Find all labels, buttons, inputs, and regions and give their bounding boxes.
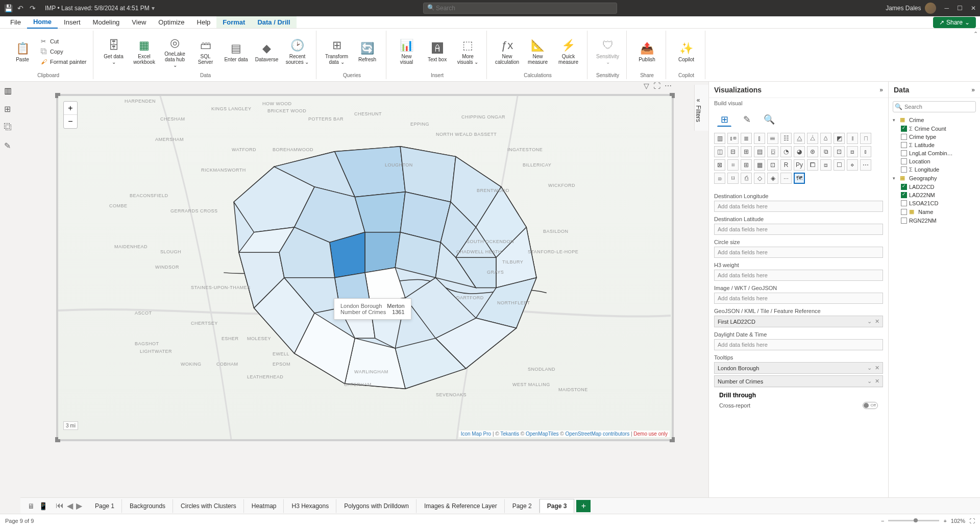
- map-surface[interactable]: KINGS LANGLEYHOW WOODBRICKET WOODPOTTERS…: [58, 96, 672, 439]
- zoom-in-icon[interactable]: +: [943, 518, 946, 524]
- desktop-layout-icon[interactable]: 🖥: [28, 502, 35, 510]
- field-checkbox[interactable]: [901, 192, 907, 198]
- redo-icon[interactable]: ↷: [29, 4, 37, 12]
- menu-insert[interactable]: Insert: [58, 16, 87, 28]
- visual-type-chip[interactable]: ⨅: [860, 133, 871, 144]
- publish-button[interactable]: 📤Publish: [633, 39, 662, 64]
- new-visual-button[interactable]: 📊New visual: [393, 36, 421, 67]
- add-page-button[interactable]: +: [576, 500, 591, 512]
- visual-type-chip[interactable]: ▥: [714, 133, 725, 144]
- visual-type-chip[interactable]: ⧊: [807, 133, 818, 144]
- report-canvas[interactable]: ▽ ⛶ ⋯: [20, 86, 694, 497]
- menu-format[interactable]: Format: [216, 16, 251, 28]
- visual-type-chip[interactable]: ◇: [754, 173, 765, 184]
- format-tab[interactable]: ✎: [740, 112, 754, 127]
- field-node[interactable]: LAD22NM: [892, 191, 977, 199]
- close-icon[interactable]: ✕: [971, 5, 976, 12]
- field-node[interactable]: ΣCrime Count: [892, 125, 977, 133]
- sensitivity-button[interactable]: 🛡Sensitivity⌄: [594, 36, 622, 67]
- visual-type-chip[interactable]: ···: [780, 173, 792, 184]
- menu-data-drill[interactable]: Data / Drill: [251, 16, 296, 28]
- new-calculation-button[interactable]: ƒxNew calculation: [493, 36, 522, 67]
- visual-type-chip[interactable]: ◈: [767, 173, 778, 184]
- visual-type-chip[interactable]: ⧈: [847, 146, 858, 157]
- copilot-button[interactable]: ✨Copilot: [672, 39, 701, 64]
- zoom-slider[interactable]: [888, 520, 939, 521]
- field-checkbox[interactable]: [901, 150, 907, 156]
- cut-button[interactable]: ✂Cut: [39, 37, 89, 46]
- share-button[interactable]: ↗Share⌄: [933, 17, 976, 28]
- focus-mode-icon[interactable]: ⛶: [653, 82, 660, 90]
- visual-type-chip[interactable]: ◔: [780, 146, 792, 157]
- fit-to-page-icon[interactable]: ⛶: [969, 518, 975, 524]
- new-measure-button[interactable]: 📐New measure: [524, 36, 552, 67]
- menu-home[interactable]: Home: [27, 16, 58, 29]
- attrib-link[interactable]: Icon Map Pro: [461, 431, 491, 437]
- zoom-out-icon[interactable]: −: [881, 518, 884, 524]
- tab-nav-first-icon[interactable]: ⏮: [56, 501, 64, 511]
- filter-icon[interactable]: ▽: [644, 82, 649, 90]
- visual-type-chip[interactable]: ⋯: [860, 159, 871, 171]
- tooltip-chip-crimes[interactable]: Number of Crimes⌄✕: [714, 375, 883, 387]
- collapse-pane-icon[interactable]: »: [879, 86, 883, 93]
- more-visuals-button[interactable]: ⬚More visuals ⌄: [454, 36, 482, 67]
- visual-type-chip[interactable]: Py: [794, 159, 805, 171]
- visual-type-chip[interactable]: ☷: [780, 133, 792, 144]
- well-feature-reference-chip[interactable]: First LAD22CD⌄✕: [714, 316, 883, 327]
- transform-data-button[interactable]: ⊞Transform data ⌄: [323, 36, 351, 67]
- page-tab[interactable]: Page 1: [87, 499, 122, 513]
- visual-type-chip[interactable]: ⫿: [754, 133, 765, 144]
- visual-type-chip[interactable]: ⌼: [767, 146, 778, 157]
- visual-type-chip[interactable]: ⫾◫: [727, 133, 739, 144]
- visual-type-chip[interactable]: ≣: [741, 133, 752, 144]
- analytics-tab[interactable]: 🔍: [762, 112, 776, 127]
- menu-view[interactable]: View: [126, 16, 152, 28]
- save-icon[interactable]: 💾: [4, 4, 12, 12]
- attrib-link[interactable]: OpenStreetMap contributors: [566, 431, 630, 437]
- field-checkbox[interactable]: [901, 134, 907, 140]
- doc-dropdown-icon[interactable]: ▾: [152, 5, 155, 12]
- visual-type-chip[interactable]: ⧋: [794, 133, 805, 144]
- visual-type-chip[interactable]: ◫: [714, 146, 725, 157]
- field-node[interactable]: LSOA21CD: [892, 199, 977, 207]
- visual-type-chip[interactable]: ⊛: [807, 146, 818, 157]
- attrib-link[interactable]: Tekantis: [500, 431, 519, 437]
- remove-icon[interactable]: ✕: [875, 378, 879, 385]
- well-h3-weight[interactable]: Add data fields here: [714, 270, 883, 281]
- zoom-level[interactable]: 102%: [951, 518, 965, 524]
- field-node[interactable]: RGN22NM: [892, 217, 977, 225]
- field-checkbox[interactable]: [901, 142, 907, 148]
- well-destination-latitude[interactable]: Add data fields here: [714, 224, 883, 235]
- ribbon-collapse-icon[interactable]: ⌃: [973, 31, 978, 37]
- menu-file[interactable]: File: [4, 16, 27, 28]
- page-tab[interactable]: H3 Hexagons: [284, 499, 336, 513]
- well-image-wkt[interactable]: Add data fields here: [714, 293, 883, 304]
- field-checkbox[interactable]: [901, 158, 907, 164]
- dax-view-icon[interactable]: ✎: [4, 141, 14, 151]
- visual-type-chip[interactable]: ⩸: [767, 133, 778, 144]
- collapse-pane-icon[interactable]: »: [971, 86, 975, 93]
- chevron-down-icon[interactable]: ⌄: [867, 318, 872, 325]
- menu-optimize[interactable]: Optimize: [152, 16, 190, 28]
- zoom-out-button[interactable]: −: [64, 115, 77, 128]
- refresh-button[interactable]: 🔄Refresh: [353, 39, 382, 64]
- menu-modeling[interactable]: Modeling: [87, 16, 126, 28]
- cross-report-toggle[interactable]: Off: [863, 402, 878, 409]
- field-checkbox[interactable]: [901, 209, 907, 215]
- paste-button[interactable]: 📋Paste: [8, 39, 37, 64]
- visual-type-chip[interactable]: ☐: [834, 159, 845, 171]
- page-tab[interactable]: Polygons with Drilldown: [336, 499, 416, 513]
- tab-nav-next-icon[interactable]: ▶: [76, 501, 82, 511]
- remove-icon[interactable]: ✕: [875, 318, 879, 325]
- user-account[interactable]: James Dales: [886, 3, 936, 14]
- page-tab[interactable]: Images & Reference Layer: [416, 499, 505, 513]
- visual-type-chip[interactable]: ⊞: [741, 146, 752, 157]
- visual-type-chip[interactable]: ⧈: [820, 159, 831, 171]
- recent-sources-button[interactable]: 🕑Recent sources ⌄: [283, 36, 312, 67]
- icon-map-pro-visual[interactable]: 🗺: [794, 173, 805, 184]
- document-name[interactable]: IMP • Last saved: 5/8/2024 at 4:51 PM: [45, 5, 150, 12]
- field-checkbox[interactable]: [901, 200, 907, 206]
- visual-type-chip[interactable]: ⫾: [860, 146, 871, 157]
- tab-nav-prev-icon[interactable]: ◀: [67, 501, 73, 511]
- visual-type-chip[interactable]: ⧉: [820, 146, 831, 157]
